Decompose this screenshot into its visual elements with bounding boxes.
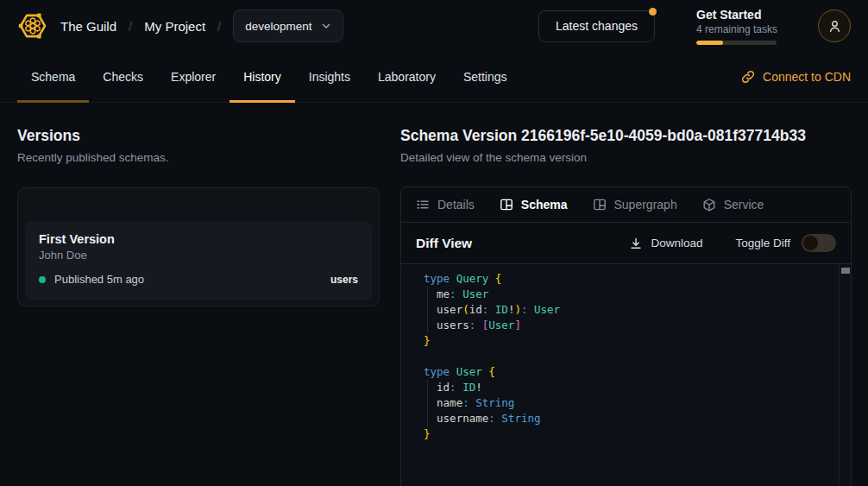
connect-to-cdn-button[interactable]: Connect to CDN	[741, 52, 851, 102]
get-started-progress-fill	[696, 41, 723, 45]
nav-tab-settings[interactable]: Settings	[450, 52, 521, 102]
nav-tab-laboratory[interactable]: Laboratory	[364, 52, 450, 102]
code-content: type Query { me: User user(id: ID!): Use…	[401, 264, 851, 442]
download-label: Download	[651, 237, 702, 249]
versions-title: Versions	[17, 127, 380, 145]
version-detail-title: Schema Version 2166196f-5e10-4059-bd0a-0…	[400, 127, 852, 145]
nav-tabs: Schema Checks Explorer History Insights …	[17, 52, 521, 102]
toggle-diff-knob	[803, 236, 818, 250]
latest-changes-button[interactable]: Latest changes	[538, 10, 655, 42]
get-started-title: Get Started	[696, 8, 777, 22]
toggle-diff-label: Toggle Diff	[735, 237, 790, 249]
detail-tab-details[interactable]: Details	[416, 198, 475, 211]
link-icon	[741, 70, 755, 84]
person-icon	[827, 19, 842, 34]
panels-icon	[593, 198, 607, 211]
latest-changes-label: Latest changes	[556, 19, 638, 33]
get-started-widget[interactable]: Get Started 4 remaining tasks	[696, 8, 777, 45]
nav-tab-explorer[interactable]: Explorer	[157, 52, 230, 102]
diff-view-header: Diff View Download Toggle Diff	[401, 223, 851, 264]
target-selector-value: development	[245, 20, 311, 33]
detail-tab-service[interactable]: Service	[702, 198, 764, 211]
chevron-down-icon	[321, 21, 331, 31]
version-detail-section: Schema Version 2166196f-5e10-4059-bd0a-0…	[397, 103, 868, 486]
nav-tab-history[interactable]: History	[230, 52, 295, 102]
get-started-progress-track	[696, 41, 777, 45]
target-selector-dropdown[interactable]: development	[233, 9, 343, 42]
user-avatar[interactable]	[818, 9, 851, 42]
connect-to-cdn-label: Connect to CDN	[763, 70, 851, 84]
toggle-diff-switch[interactable]	[802, 234, 836, 252]
target-nav: Schema Checks Explorer History Insights …	[0, 52, 868, 103]
versions-list: First Version John Doe Published 5m ago …	[17, 187, 380, 306]
breadcrumb-project[interactable]: My Project	[144, 19, 205, 34]
version-service-badge: users	[330, 274, 358, 286]
version-status: Published 5m ago	[54, 273, 144, 286]
schema-code-viewer: type Query { me: User user(id: ID!): Use…	[401, 264, 851, 486]
hive-logo-icon[interactable]	[17, 10, 48, 41]
versions-subtitle: Recently published schemas.	[17, 151, 380, 164]
nav-tab-checks[interactable]: Checks	[89, 52, 157, 102]
code-scrollbar-thumb[interactable]	[841, 268, 850, 274]
download-icon	[629, 237, 643, 250]
breadcrumb-separator: /	[129, 19, 132, 34]
version-detail-panel: Details Schema	[400, 186, 852, 486]
version-list-item[interactable]: First Version John Doe Published 5m ago …	[25, 221, 372, 300]
version-name: First Version	[39, 232, 358, 246]
detail-tab-supergraph[interactable]: Supergraph	[593, 198, 677, 211]
notification-dot	[649, 8, 657, 16]
main-content: Versions Recently published schemas. Fir…	[0, 103, 868, 486]
breadcrumb-separator: /	[217, 19, 221, 34]
diff-view-title: Diff View	[416, 236, 472, 251]
nav-tab-schema[interactable]: Schema	[17, 52, 89, 102]
app-header: The Guild / My Project / development Lat…	[0, 0, 868, 52]
nav-tab-insights[interactable]: Insights	[295, 52, 364, 102]
download-button[interactable]: Download	[629, 237, 702, 250]
versions-section: Versions Recently published schemas. Fir…	[0, 103, 397, 486]
detail-tabs: Details Schema	[401, 187, 851, 223]
get-started-subtitle: 4 remaining tasks	[696, 23, 777, 35]
published-status-dot	[39, 276, 46, 283]
version-author: John Doe	[39, 249, 358, 262]
breadcrumb-org[interactable]: The Guild	[60, 19, 116, 34]
detail-tab-schema[interactable]: Schema	[500, 198, 568, 211]
code-scrollbar[interactable]	[839, 264, 851, 486]
list-icon	[416, 198, 430, 211]
panels-icon	[500, 198, 513, 211]
cube-icon	[702, 198, 716, 211]
version-detail-subtitle: Detailed view of the schema version	[400, 151, 852, 164]
